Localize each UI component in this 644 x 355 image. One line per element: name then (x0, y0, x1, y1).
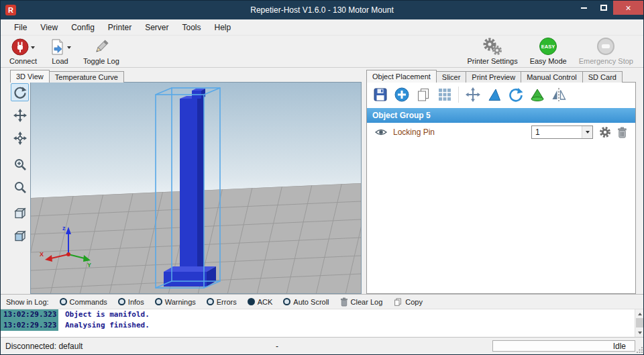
copy-log-button[interactable]: Copy (393, 297, 423, 307)
visibility-toggle[interactable] (375, 128, 387, 136)
log-scrollbar[interactable] (635, 309, 644, 337)
rotate-view-icon (13, 86, 27, 99)
app-logo-icon: R (5, 5, 16, 15)
show-in-log-label: Show in Log: (6, 298, 49, 306)
infos-led-icon (118, 298, 125, 305)
rotate-view-button[interactable] (11, 83, 29, 101)
toggle-autoscroll[interactable]: Auto Scroll (283, 298, 329, 306)
isometric-view-button[interactable] (11, 204, 29, 222)
scale-icon (486, 87, 502, 103)
maximize-button[interactable] (594, 1, 613, 15)
close-button[interactable]: × (613, 1, 643, 15)
tab-slicer[interactable]: Slicer (436, 71, 467, 83)
add-object-button[interactable] (392, 86, 411, 104)
window-controls: × (574, 1, 643, 15)
svg-text:EASY: EASY (541, 44, 555, 50)
tab-object-placement[interactable]: Object Placement (366, 70, 437, 83)
window-title: Repetier-Host V1.6.0 - 130 Motor Mount (1, 5, 643, 15)
log-message: Object is manifold. (58, 309, 150, 320)
zoom-button[interactable] (11, 178, 29, 196)
move-icon (13, 109, 27, 122)
connect-icon (11, 38, 29, 56)
tab-sd-card[interactable]: SD Card (582, 71, 623, 83)
log-entry: 13:02:29.323 Object is manifold. (1, 309, 644, 320)
gear-icon (599, 126, 611, 138)
axis-y-label: Y (87, 262, 91, 268)
menu-file[interactable]: File (7, 20, 34, 35)
rotate-object-icon (508, 87, 524, 103)
rotate-object-button[interactable] (506, 86, 525, 104)
lay-flat-button[interactable] (528, 86, 546, 104)
menu-bar: File View Config Printer Server Tools He… (1, 19, 643, 36)
emergency-stop-button: Emergency Stop (573, 36, 639, 67)
toggle-log-button[interactable]: Toggle Log (77, 36, 125, 67)
clear-log-button[interactable]: Clear Log (340, 297, 383, 307)
menu-printer[interactable]: Printer (101, 20, 138, 35)
magnifier-icon (13, 181, 27, 194)
connect-button[interactable]: Connect (3, 36, 43, 67)
3d-viewport[interactable]: X Y z (30, 82, 362, 294)
menu-tools[interactable]: Tools (176, 20, 208, 35)
chevron-down-icon (586, 131, 590, 134)
scale-object-button[interactable] (485, 86, 503, 104)
log-output: 13:02:29.323 Object is manifold. 13:02:2… (1, 309, 644, 337)
easy-mode-icon: EASY (539, 37, 557, 56)
ack-led-icon (248, 298, 255, 305)
object-name[interactable]: Locking Pin (393, 128, 435, 137)
axis-x-label: X (40, 251, 44, 258)
load-button[interactable]: Load (43, 36, 77, 67)
load-icon (49, 38, 65, 56)
object-placement-panel: Object Group 5 Locking Pin 1 (366, 82, 636, 294)
lay-flat-icon (529, 87, 545, 103)
delete-object-button[interactable] (617, 127, 627, 138)
menu-server[interactable]: Server (138, 20, 175, 35)
menu-config[interactable]: Config (64, 20, 101, 35)
tab-print-preview[interactable]: Print Preview (466, 71, 521, 83)
scroll-up-button[interactable] (635, 309, 644, 318)
center-object-button[interactable] (464, 86, 482, 104)
log-timestamp: 13:02:29.323 (1, 320, 58, 331)
easy-mode-button[interactable]: EASY Easy Mode (524, 36, 573, 67)
object-row: Locking Pin 1 (367, 123, 635, 142)
app-window: R Repetier-Host V1.6.0 - 130 Motor Mount… (0, 0, 644, 355)
tab-manual-control[interactable]: Manual Control (521, 71, 583, 83)
save-button[interactable] (371, 86, 389, 104)
toggle-warnings[interactable]: Warnings (155, 298, 196, 306)
log-timestamp: 13:02:29.323 (1, 309, 58, 320)
minimize-icon (581, 7, 587, 9)
scroll-down-button[interactable] (635, 328, 644, 337)
dropdown-button[interactable] (582, 126, 592, 138)
scroll-thumb[interactable] (636, 318, 644, 327)
toggle-ack[interactable]: ACK (248, 298, 273, 306)
move-object-button[interactable] (11, 106, 29, 124)
zoom-in-icon (13, 158, 27, 171)
right-tabs: Object Placement Slicer Print Preview Ma… (366, 70, 622, 83)
menu-view[interactable]: View (34, 20, 64, 35)
toggle-errors[interactable]: Errors (207, 298, 237, 306)
move-viewpoint-icon (13, 132, 27, 145)
printer-settings-button[interactable]: Printer Settings (461, 36, 523, 67)
zoom-in-button[interactable] (11, 155, 29, 173)
front-view-button[interactable] (11, 227, 29, 245)
object-group-header[interactable]: Object Group 5 (367, 108, 635, 123)
pencil-icon (93, 38, 110, 56)
connection-status: Disconnected: default (5, 342, 83, 351)
copy-object-button[interactable] (414, 86, 432, 104)
move-viewpoint-button[interactable] (11, 129, 29, 147)
status-bar: Disconnected: default - Idle (1, 337, 644, 355)
warnings-led-icon (155, 298, 162, 305)
object-settings-button[interactable] (599, 126, 611, 138)
tab-temperature-curve[interactable]: Temperature Curve (49, 71, 124, 83)
toggle-infos[interactable]: Infos (118, 298, 144, 306)
copies-dropdown[interactable]: 1 (531, 125, 593, 139)
menu-help[interactable]: Help (208, 20, 238, 35)
tab-3d-view[interactable]: 3D View (10, 70, 50, 83)
minimize-button[interactable] (574, 1, 594, 15)
scroll-up-icon (638, 313, 642, 315)
mirror-object-button[interactable] (549, 86, 568, 104)
viewport-toolbar (10, 83, 30, 294)
view-tabs: 3D View Temperature Curve (10, 70, 123, 83)
toggle-commands[interactable]: Commands (60, 298, 107, 306)
autoposition-button[interactable] (435, 86, 453, 104)
resize-grip[interactable] (636, 346, 643, 354)
